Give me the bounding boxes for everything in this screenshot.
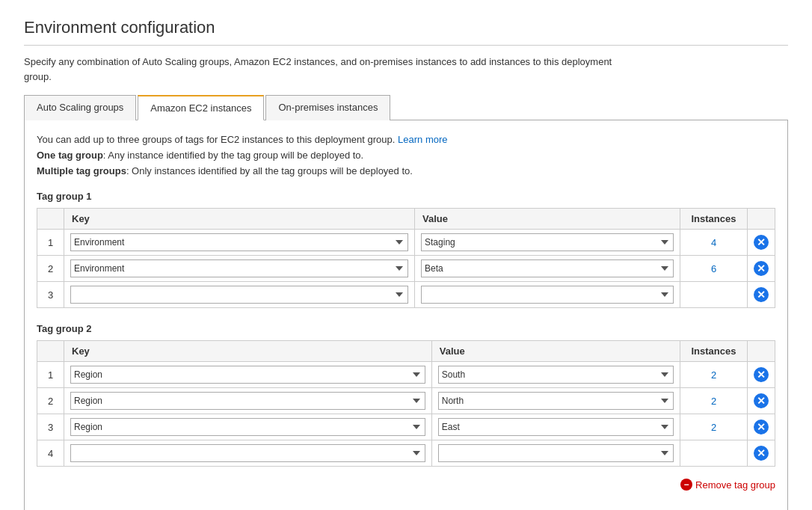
- col-header-key-2: Key: [64, 341, 432, 362]
- key-select-1-2[interactable]: Environment Region Name: [70, 259, 408, 277]
- tag-group-1-title: Tag group 1: [37, 191, 775, 202]
- instances-val-1-3: [680, 282, 748, 308]
- tab-ec2-instances[interactable]: Amazon EC2 instances: [138, 95, 264, 120]
- row-num: 2: [37, 256, 64, 282]
- remove-cell-2-4: ✕: [748, 440, 775, 467]
- key-cell: Environment Region Name: [64, 282, 415, 308]
- info-line1: You can add up to three groups of tags f…: [37, 134, 395, 145]
- table-row: 1 Region Environment Name South North Ea…: [37, 362, 775, 388]
- key-cell: Region Environment Name: [64, 388, 432, 414]
- value-cell: South North East: [431, 440, 680, 467]
- table-row: 1 Environment Region Name Staging Beta E…: [37, 230, 775, 256]
- table-row: 2 Environment Region Name Staging Beta E…: [37, 256, 775, 282]
- row-num: 1: [37, 230, 64, 256]
- row-num: 3: [37, 282, 64, 308]
- tab-bar: Auto Scaling groups Amazon EC2 instances…: [24, 94, 788, 120]
- row-num: 1: [37, 362, 64, 388]
- remove-cell-1-2: ✕: [748, 256, 775, 282]
- tag-group-2-section: Tag group 2 Key Value Instances 1 Region: [37, 323, 775, 491]
- instances-val-2-4: [680, 440, 748, 467]
- tab-on-premises[interactable]: On-premises instances: [265, 95, 390, 120]
- key-select-2-4[interactable]: Region Environment Name: [70, 444, 425, 462]
- row-num: 2: [37, 388, 64, 414]
- title-divider: [24, 45, 788, 46]
- col-header-instances-2: Instances: [680, 341, 748, 362]
- page-description: Specify any combination of Auto Scaling …: [24, 55, 637, 84]
- tag-group-1-table: Key Value Instances 1 Environment Region…: [37, 208, 775, 308]
- value-cell: South North East West: [431, 388, 680, 414]
- remove-row-button-1-3[interactable]: ✕: [754, 287, 769, 302]
- key-cell: Environment Region Name: [64, 256, 415, 282]
- key-cell: Environment Region Name: [64, 230, 415, 256]
- remove-cell-2-1: ✕: [748, 362, 775, 388]
- value-cell: Staging Beta East North South: [415, 230, 680, 256]
- tag-group-1-section: Tag group 1 Key Value Instances 1 Enviro…: [37, 191, 775, 308]
- page-title: Environment configuration: [24, 18, 788, 37]
- instances-val-2-2: 2: [680, 388, 748, 414]
- table-row: 2 Region Environment Name South North Ea…: [37, 388, 775, 414]
- instances-val-2-3: 2: [680, 414, 748, 440]
- key-select-1-1[interactable]: Environment Region Name: [70, 233, 408, 251]
- col-header-num-1: [37, 209, 64, 230]
- value-select-2-4[interactable]: South North East: [438, 444, 674, 462]
- key-cell: Region Environment Name: [64, 440, 432, 467]
- remove-cell-1-1: ✕: [748, 230, 775, 256]
- remove-row-button-2-1[interactable]: ✕: [754, 367, 769, 382]
- key-select-2-2[interactable]: Region Environment Name: [70, 392, 425, 410]
- row-num: 4: [37, 440, 64, 467]
- instances-val-2-1: 2: [680, 362, 748, 388]
- multiple-tag-groups-suffix: : Only instances identified by all the t…: [126, 165, 413, 176]
- col-header-value-1: Value: [415, 209, 680, 230]
- value-select-2-3[interactable]: South North East West: [438, 418, 674, 436]
- value-cell: Staging Beta East North South: [415, 256, 680, 282]
- remove-tag-group-icon: −: [680, 479, 692, 491]
- remove-row-button-2-3[interactable]: ✕: [754, 420, 769, 434]
- table-row: 3 Environment Region Name Staging: [37, 282, 775, 308]
- one-tag-group-suffix: : Any instance identified by the tag gro…: [103, 150, 363, 161]
- value-cell: Staging Beta East: [415, 282, 680, 308]
- remove-cell-2-3: ✕: [748, 414, 775, 440]
- key-select-2-1[interactable]: Region Environment Name: [70, 366, 425, 384]
- remove-tag-group-button[interactable]: Remove tag group: [695, 479, 775, 491]
- value-select-1-3[interactable]: Staging Beta East: [421, 286, 674, 304]
- tag-group-2-table: Key Value Instances 1 Region Environment…: [37, 340, 775, 467]
- col-header-key-1: Key: [64, 209, 415, 230]
- remove-tag-group-container: − Remove tag group: [37, 479, 775, 491]
- col-header-instances-1: Instances: [680, 209, 748, 230]
- remove-row-button-1-1[interactable]: ✕: [754, 235, 769, 250]
- remove-cell-1-3: ✕: [748, 282, 775, 308]
- value-select-2-2[interactable]: South North East West: [438, 392, 674, 410]
- instances-val-1-1: 4: [680, 230, 748, 256]
- row-num: 3: [37, 414, 64, 440]
- multiple-tag-groups-label: Multiple tag groups: [37, 165, 126, 176]
- value-cell: South North East West: [431, 362, 680, 388]
- value-cell: South North East West: [431, 414, 680, 440]
- remove-row-button-2-4[interactable]: ✕: [754, 446, 769, 461]
- value-select-1-1[interactable]: Staging Beta East North South: [421, 233, 674, 251]
- col-header-value-2: Value: [431, 341, 680, 362]
- table-row: 4 Region Environment Name South: [37, 440, 775, 467]
- tab-auto-scaling[interactable]: Auto Scaling groups: [24, 95, 136, 120]
- tab-content-ec2: You can add up to three groups of tags f…: [24, 120, 788, 510]
- one-tag-group-label: One tag group: [37, 150, 103, 161]
- instances-val-1-2: 6: [680, 256, 748, 282]
- key-cell: Region Environment Name: [64, 414, 432, 440]
- key-select-1-3[interactable]: Environment Region Name: [70, 286, 408, 304]
- col-header-num-2: [37, 341, 64, 362]
- remove-cell-2-2: ✕: [748, 388, 775, 414]
- remove-row-button-2-2[interactable]: ✕: [754, 393, 769, 408]
- key-cell: Region Environment Name: [64, 362, 432, 388]
- key-select-2-3[interactable]: Region Environment Name: [70, 418, 425, 436]
- tag-group-2-title: Tag group 2: [37, 323, 775, 334]
- col-header-action-2: [748, 341, 775, 362]
- learn-more-link[interactable]: Learn more: [398, 134, 447, 145]
- table-row: 3 Region Environment Name South North Ea…: [37, 414, 775, 440]
- col-header-action-1: [748, 209, 775, 230]
- value-select-2-1[interactable]: South North East West: [438, 366, 674, 384]
- remove-row-button-1-2[interactable]: ✕: [754, 261, 769, 276]
- value-select-1-2[interactable]: Staging Beta East North South: [421, 259, 674, 277]
- info-box: You can add up to three groups of tags f…: [37, 132, 775, 179]
